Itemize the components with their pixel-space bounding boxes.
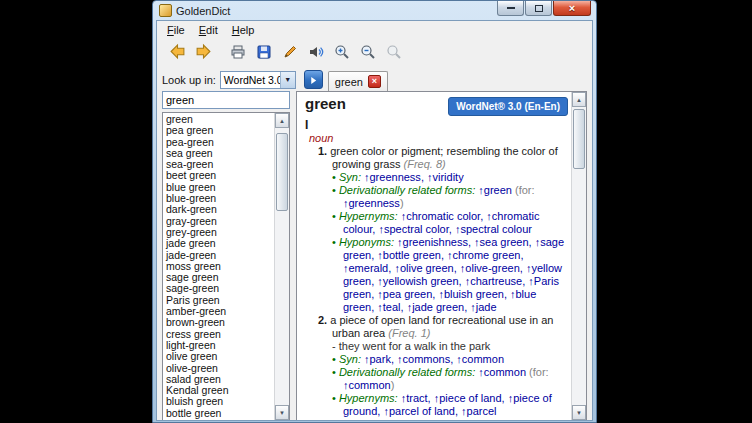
article-scroll-thumb[interactable] xyxy=(573,109,585,169)
article-link[interactable]: ↑jade green xyxy=(407,301,465,313)
article-link[interactable]: ↑pea green xyxy=(377,288,432,300)
article-link[interactable]: ↑chromatic color xyxy=(401,210,480,222)
window-client-area: FileEditHelp xyxy=(156,20,593,421)
print-button[interactable] xyxy=(227,43,249,65)
tab-list-button[interactable] xyxy=(304,70,323,89)
maximize-button[interactable] xyxy=(525,1,552,16)
sense: 2. a piece of open land for recreational… xyxy=(318,314,568,420)
sense: 1. green color or pigment; resembling th… xyxy=(318,145,568,314)
menu-help[interactable]: Help xyxy=(225,22,262,38)
article-link[interactable]: ↑green xyxy=(478,184,512,196)
scroll-down-icon[interactable]: ▼ xyxy=(572,405,586,420)
back-arrow-icon xyxy=(169,43,186,64)
list-item[interactable]: brown-green xyxy=(166,317,274,328)
menu-edit[interactable]: Edit xyxy=(192,22,225,38)
minimize-icon xyxy=(507,7,515,9)
tab-label: green xyxy=(335,76,363,88)
article-scrollbar[interactable]: ▲ ▼ xyxy=(571,92,586,420)
article-link[interactable]: ↑chrome green xyxy=(447,249,520,261)
relation-label: Syn: xyxy=(339,171,361,183)
goldendict-window: GoldenDict × FileEditHelp xyxy=(152,0,597,423)
list-item[interactable]: pea green xyxy=(166,125,274,136)
wordlist-scroll-thumb[interactable] xyxy=(276,133,288,211)
article-link[interactable]: ↑teal xyxy=(377,301,400,313)
relation-label: Hyponyms: xyxy=(339,236,394,248)
zoom-out-button[interactable] xyxy=(357,43,379,65)
article-view: green WordNet® 3.0 (En-En) I noun 1. gre… xyxy=(297,92,571,420)
article-link[interactable]: ↑commons xyxy=(397,353,450,365)
save-article-button[interactable] xyxy=(253,43,275,65)
article-link[interactable]: ↑spectral color xyxy=(378,223,448,235)
article-link[interactable]: ↑greenness xyxy=(343,197,400,209)
scroll-up-icon[interactable]: ▲ xyxy=(572,92,586,107)
article-link[interactable]: ↑parcel of land xyxy=(383,405,455,417)
relation-label: Hyponyms: xyxy=(339,418,394,420)
article-link[interactable]: ↑emerald xyxy=(343,262,388,274)
scroll-down-icon[interactable]: ▼ xyxy=(275,405,289,420)
back-button[interactable] xyxy=(166,43,188,65)
article-link[interactable]: ↑common xyxy=(478,366,526,378)
tab-bar: green × xyxy=(304,68,587,91)
app-icon[interactable] xyxy=(159,4,172,17)
relation-line: • Hypernyms: ↑tract, ↑piece of land, ↑pi… xyxy=(318,392,568,418)
article-link[interactable]: ↑bottle green xyxy=(377,249,441,261)
relation-line: • Hypernyms: ↑chromatic color, ↑chromati… xyxy=(318,210,568,236)
bullet-icon: • xyxy=(332,210,336,222)
article-link[interactable]: ↑chartreuse xyxy=(465,275,522,287)
article-link[interactable]: ↑sea green xyxy=(474,236,528,248)
article-link[interactable]: ↑olive green xyxy=(394,262,453,274)
list-item[interactable]: bottle green xyxy=(166,408,274,419)
menu-file[interactable]: File xyxy=(160,22,192,38)
list-item[interactable]: olive green xyxy=(166,351,274,362)
minimize-button[interactable] xyxy=(497,1,524,16)
search-input[interactable] xyxy=(162,91,290,109)
article-link[interactable]: ↑common xyxy=(343,379,391,391)
tab-green[interactable]: green × xyxy=(328,71,388,91)
article-link[interactable]: ↑amusement park xyxy=(397,418,484,420)
titlebar[interactable]: GoldenDict × xyxy=(156,1,593,20)
tab-close-button[interactable]: × xyxy=(368,75,381,88)
article-link[interactable]: ↑jade xyxy=(470,301,496,313)
article-link[interactable]: ↑yellowish green xyxy=(377,275,458,287)
zoom-in-button[interactable] xyxy=(331,43,353,65)
pen-icon xyxy=(282,44,298,64)
relation-label: Hypernyms: xyxy=(339,392,398,404)
article-link[interactable]: ↑park xyxy=(364,353,391,365)
bullet-icon: • xyxy=(332,236,336,248)
arrow-right-icon xyxy=(309,71,318,89)
article-link[interactable]: ↑parcel xyxy=(461,405,496,417)
article-link[interactable]: ↑funfair xyxy=(491,418,526,420)
article-link[interactable]: ↑spectral colour xyxy=(455,223,532,235)
article-link[interactable]: ↑greenishness xyxy=(397,236,468,248)
article-link[interactable]: ↑tract xyxy=(401,392,428,404)
printer-icon xyxy=(230,44,246,64)
forward-arrow-icon xyxy=(195,43,212,64)
chevron-down-icon: ▼ xyxy=(280,72,295,88)
list-item[interactable]: jade green xyxy=(166,238,274,249)
zoom-reset-button[interactable] xyxy=(383,43,405,65)
wordlist-scroll-track[interactable] xyxy=(275,128,289,405)
speaker-icon xyxy=(308,44,324,64)
article-link[interactable]: ↑common xyxy=(456,353,504,365)
wordlist-scrollbar[interactable]: ▲ ▼ xyxy=(274,113,289,420)
relation-line: • Derivationally related forms: ↑green (… xyxy=(318,184,568,210)
sense-definition: 2. a piece of open land for recreational… xyxy=(318,314,568,340)
article-link[interactable]: ↑piece of land xyxy=(434,392,502,404)
forward-button[interactable] xyxy=(192,43,214,65)
zoom-out-icon xyxy=(360,44,376,64)
relation-label: Derivationally related forms: xyxy=(339,184,475,196)
close-button[interactable]: × xyxy=(553,1,591,16)
article-link[interactable]: ↑olive-green xyxy=(460,262,520,274)
article-link[interactable]: ↑greenness xyxy=(364,171,421,183)
dictionary-badge[interactable]: WordNet® 3.0 (En-En) xyxy=(448,97,568,116)
dictionary-group-select[interactable]: WordNet 3.0 ▼ xyxy=(220,71,296,89)
scroll-up-icon[interactable]: ▲ xyxy=(275,113,289,128)
edit-article-button[interactable] xyxy=(279,43,301,65)
article-link[interactable]: ↑bluish green xyxy=(438,288,503,300)
gray-text: (for: xyxy=(515,184,535,196)
dictionary-group-value: WordNet 3.0 xyxy=(221,74,280,86)
pronounce-button[interactable] xyxy=(305,43,327,65)
article-scroll-track[interactable] xyxy=(572,107,586,405)
article-link[interactable]: ↑viridity xyxy=(427,171,464,183)
list-item[interactable]: dark-green xyxy=(166,204,274,215)
